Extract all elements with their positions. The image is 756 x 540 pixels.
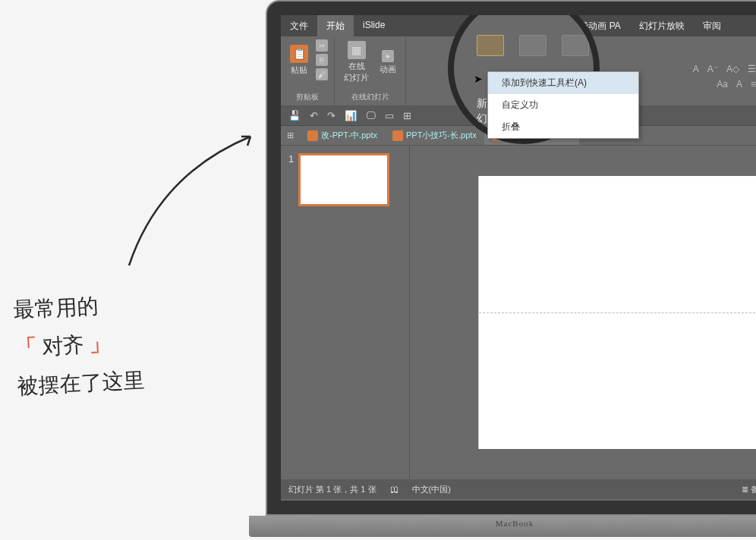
laptop-bezel: 文件 开始 iSlide 口袋动画 PA 幻灯片放映 审阅 📋 粘贴 bbox=[266, 0, 756, 516]
qat-icon-5[interactable]: 🖵 bbox=[366, 110, 376, 121]
copy-icon[interactable]: ⎘ bbox=[316, 54, 328, 66]
handwritten-annotation: 最常用的 「 对齐 」 被摆在了这里 bbox=[12, 285, 146, 407]
ribbon-group-clipboard: 📋 粘贴 ✂ ⎘ 🖌 剪贴板 bbox=[281, 36, 335, 105]
arrow-annotation bbox=[114, 114, 281, 281]
mag-label-new: 新 bbox=[477, 97, 487, 111]
slide-thumbnail-1[interactable] bbox=[298, 153, 389, 206]
mag-section-icon bbox=[562, 35, 589, 56]
qat-redo-icon[interactable]: ↷ bbox=[327, 110, 335, 121]
laptop-base: MacBook bbox=[249, 516, 756, 537]
qat-save-icon[interactable]: 💾 bbox=[288, 110, 301, 121]
tab-slideshow[interactable]: 幻灯片放映 bbox=[630, 15, 694, 36]
format-painter-icon[interactable]: 🖌 bbox=[316, 68, 328, 80]
slide-canvas[interactable] bbox=[478, 176, 756, 449]
laptop-frame: 文件 开始 iSlide 口袋动画 PA 幻灯片放映 审阅 📋 粘贴 bbox=[266, 0, 756, 540]
context-menu: 添加到快速工具栏(A) 自定义功 折叠 bbox=[487, 71, 639, 139]
status-notes-icon[interactable]: ≣ 备 bbox=[742, 484, 756, 495]
slide-thumbnails-panel: 1 bbox=[281, 146, 410, 479]
ppt-icon bbox=[392, 130, 403, 141]
context-add-to-qat[interactable]: 添加到快速工具栏(A) bbox=[488, 72, 638, 94]
doc-tab-1[interactable]: 改-PPT-中.pptx bbox=[300, 126, 385, 145]
tab-home[interactable]: 开始 bbox=[317, 15, 354, 36]
online-slides-icon: ▦ bbox=[348, 41, 366, 59]
slide-canvas-area bbox=[410, 146, 756, 479]
status-slide-info: 幻灯片 第 1 张，共 1 张 bbox=[288, 484, 376, 495]
cursor-icon: ➤ bbox=[474, 73, 483, 85]
tab-islide[interactable]: iSlide bbox=[354, 15, 394, 36]
powerpoint-window: 文件 开始 iSlide 口袋动画 PA 幻灯片放映 审阅 📋 粘贴 bbox=[281, 15, 756, 501]
annotation-line3: 被摆在了这里 bbox=[16, 361, 145, 406]
case-icon[interactable]: Aa bbox=[717, 79, 728, 89]
paste-button[interactable]: 📋 粘贴 bbox=[287, 43, 311, 77]
paste-icon: 📋 bbox=[290, 45, 308, 63]
anim-icon: ▸ bbox=[382, 50, 394, 62]
font-increase-icon[interactable]: A bbox=[693, 64, 699, 74]
annotation-line1: 最常用的 bbox=[12, 285, 141, 330]
ppt-icon bbox=[307, 130, 318, 141]
font-color-icon[interactable]: A bbox=[736, 79, 742, 89]
tab-review[interactable]: 审阅 bbox=[694, 15, 730, 36]
qat-undo-icon[interactable]: ↶ bbox=[310, 110, 318, 121]
font-decrease-icon[interactable]: A⁻ bbox=[707, 64, 718, 74]
mag-layout-icon bbox=[477, 35, 504, 56]
paragraph-icon[interactable]: ☰ bbox=[748, 64, 756, 74]
online-slides-label: 在线幻灯片 bbox=[351, 90, 389, 102]
qat-icon-6[interactable]: ▭ bbox=[385, 110, 394, 121]
clear-format-icon[interactable]: A◇ bbox=[726, 64, 739, 74]
context-collapse[interactable]: 折叠 bbox=[488, 116, 638, 138]
slide-number: 1 bbox=[288, 153, 294, 206]
status-bar: 幻灯片 第 1 张，共 1 张 🕮 中文(中国) ≣ 备 bbox=[281, 479, 756, 499]
qat-icon-7[interactable]: ⊞ bbox=[403, 110, 411, 121]
slide-guide bbox=[479, 312, 756, 313]
tabs-expand-icon[interactable]: ⊞ bbox=[281, 130, 300, 140]
tab-file[interactable]: 文件 bbox=[281, 15, 317, 36]
laptop-brand: MacBook bbox=[496, 519, 534, 528]
cut-icon[interactable]: ✂ bbox=[316, 39, 328, 52]
annotation-line2: 「 对齐 」 bbox=[14, 323, 143, 368]
status-language[interactable]: 中文(中国) bbox=[412, 484, 451, 495]
doc-tab-2[interactable]: PPT小技巧-长.pptx bbox=[385, 126, 484, 145]
align-icon[interactable]: ≡ bbox=[751, 79, 756, 89]
editor-area: 1 bbox=[281, 146, 756, 479]
ribbon-group-online-slides: ▦ 在线 幻灯片 ▸ 动画 在线幻灯片 bbox=[335, 36, 406, 105]
status-accessibility-icon[interactable]: 🕮 bbox=[390, 485, 398, 494]
online-slides-button[interactable]: ▦ 在线 幻灯片 bbox=[341, 39, 372, 85]
mag-slide-icon bbox=[519, 35, 547, 56]
qat-icon-4[interactable]: 📊 bbox=[345, 110, 357, 121]
clipboard-label: 剪贴板 bbox=[296, 90, 319, 102]
anim-button[interactable]: ▸ 动画 bbox=[376, 49, 399, 77]
context-customize[interactable]: 自定义功 bbox=[488, 94, 638, 116]
